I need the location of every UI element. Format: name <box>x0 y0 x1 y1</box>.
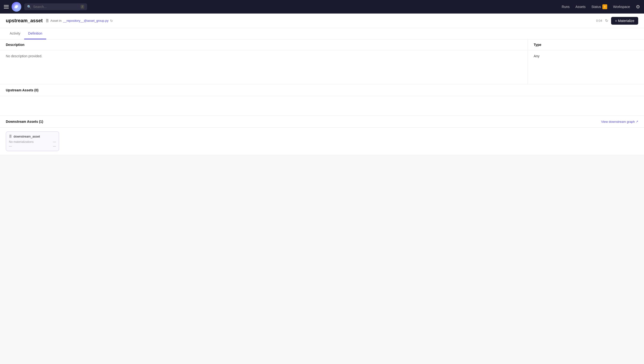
downstream-assets-body: 🗄 downstream_asset No materializations —… <box>0 128 644 155</box>
type-header: Type <box>528 40 644 50</box>
asset-card-title-row: 🗄 downstream_asset <box>9 135 56 138</box>
asset-file-link[interactable]: __repository__@asset_group.py <box>63 19 109 22</box>
main-content: Description No description provided. Typ… <box>0 40 644 155</box>
downstream-asset-name: downstream_asset <box>14 135 40 138</box>
svg-point-1 <box>16 6 18 8</box>
menu-icon[interactable] <box>4 5 9 8</box>
type-value: Any <box>534 54 539 58</box>
description-body: No description provided. <box>0 50 528 84</box>
location-refresh-icon[interactable]: ↻ <box>110 19 113 23</box>
warning-icon: ! <box>602 4 607 9</box>
downstream-assets-title: Downstream Assets (1) <box>6 120 43 124</box>
upstream-assets-section: Upstream Assets (0) <box>0 84 644 116</box>
page-header-right: 0:04 ↻ + Materialize <box>596 17 638 25</box>
tab-activity[interactable]: Activity <box>6 28 24 40</box>
logo-icon[interactable] <box>12 2 21 12</box>
definition-content: Description No description provided. Typ… <box>0 40 644 155</box>
downstream-assets-section: Downstream Assets (1) View downstream gr… <box>0 116 644 155</box>
search-shortcut: / <box>81 5 84 9</box>
page-header-left: upstream_asset 🗄 Asset in __repository__… <box>6 18 113 24</box>
top-navigation: 🔍 / Runs Assets Status ! Workspace ⚙ <box>0 0 644 14</box>
status-nav-label: Status <box>591 5 601 9</box>
asset-location: 🗄 Asset in __repository__@asset_group.py… <box>46 19 113 23</box>
downstream-asset-card[interactable]: 🗄 downstream_asset No materializations —… <box>6 132 59 151</box>
view-downstream-label: View downstream graph <box>601 120 635 124</box>
asset-card-stats: No materializations — <box>9 140 56 144</box>
type-body: Any <box>528 50 644 84</box>
timer-display: 0:04 <box>596 19 602 22</box>
search-icon: 🔍 <box>27 5 31 9</box>
search-bar[interactable]: 🔍 / <box>24 4 87 10</box>
status-nav-item[interactable]: Status ! <box>591 4 607 9</box>
asset-card-row-left: — <box>9 144 12 148</box>
description-value: No description provided. <box>6 54 42 58</box>
downstream-assets-header: Downstream Assets (1) View downstream gr… <box>0 116 644 128</box>
asset-card-row: — — <box>9 144 56 148</box>
search-input[interactable] <box>33 5 79 9</box>
page-title: upstream_asset <box>6 18 43 24</box>
runs-nav-link[interactable]: Runs <box>562 5 570 9</box>
desc-type-row: Description No description provided. Typ… <box>0 40 644 84</box>
assets-nav-link[interactable]: Assets <box>575 5 586 9</box>
asset-card-row-right: — <box>53 144 56 148</box>
view-downstream-graph-link[interactable]: View downstream graph ↗ <box>601 120 638 124</box>
external-link-icon: ↗ <box>636 120 638 123</box>
nav-right: Runs Assets Status ! Workspace ⚙ <box>562 4 640 10</box>
asset-card-stats-label: No materializations <box>9 140 34 144</box>
nav-left: 🔍 / <box>4 2 559 12</box>
asset-card-stats-value: — <box>53 140 56 144</box>
materialize-button[interactable]: + Materialize <box>611 17 638 25</box>
db-icon: 🗄 <box>46 19 49 23</box>
upstream-assets-body <box>0 96 644 116</box>
upstream-assets-title: Upstream Assets (0) <box>6 88 39 92</box>
asset-location-prefix: Asset in <box>50 19 62 22</box>
description-column: Description No description provided. <box>0 40 528 84</box>
settings-icon[interactable]: ⚙ <box>636 4 640 10</box>
description-header: Description <box>0 40 528 50</box>
tab-bar: Activity Definition <box>0 28 644 40</box>
tab-definition[interactable]: Definition <box>24 28 46 40</box>
type-column: Type Any <box>528 40 644 84</box>
upstream-assets-header: Upstream Assets (0) <box>0 84 644 96</box>
refresh-button[interactable]: ↻ <box>605 18 608 23</box>
asset-card-db-icon: 🗄 <box>9 135 12 138</box>
workspace-nav-link[interactable]: Workspace <box>613 5 630 9</box>
page-header: upstream_asset 🗄 Asset in __repository__… <box>0 14 644 28</box>
